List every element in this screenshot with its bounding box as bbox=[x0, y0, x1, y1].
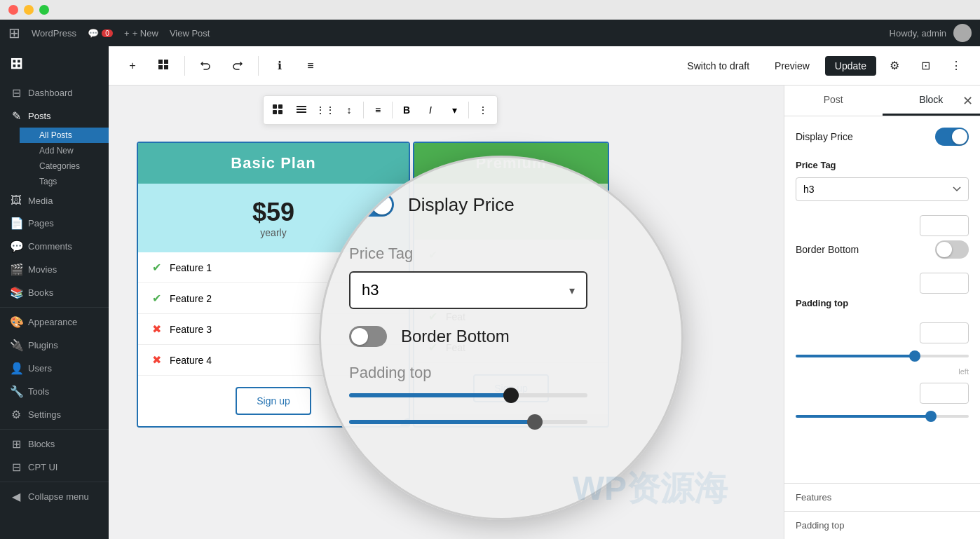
number-input-2: ▲ ▼ bbox=[920, 273, 969, 294]
info-button[interactable]: ℹ bbox=[267, 53, 292, 79]
sidebar-item-categories[interactable]: Categories bbox=[20, 158, 109, 174]
display-price-row: Display Price bbox=[796, 128, 969, 146]
more-options-button[interactable]: ⋮ bbox=[944, 53, 969, 79]
sidebar-item-posts[interactable]: ✎ Posts bbox=[0, 104, 109, 128]
sidebar-item-settings[interactable]: ⚙ Settings bbox=[0, 403, 109, 426]
admin-bar-view-post[interactable]: View Post bbox=[170, 28, 210, 39]
svg-rect-4 bbox=[297, 106, 306, 107]
basic-feature-1-label: Feature 1 bbox=[170, 262, 212, 273]
admin-bar-wordpress-label: WordPress bbox=[32, 28, 76, 39]
border-bottom-toggle[interactable] bbox=[935, 240, 969, 259]
basic-feature-3-label: Feature 3 bbox=[170, 324, 212, 335]
premium-plan-title: Premium bbox=[426, 154, 597, 172]
slider-2[interactable] bbox=[796, 415, 969, 418]
features-label: Features bbox=[796, 492, 969, 503]
pricing-table: Basic Plan $59 yearly ✔ Feature 1 bbox=[137, 142, 609, 428]
admin-bar-wordpress[interactable]: WordPress bbox=[32, 28, 76, 39]
sidebar-item-comments[interactable]: 💬 Comments bbox=[0, 235, 109, 258]
admin-bar-howdy[interactable]: Howdy, admin bbox=[890, 24, 972, 42]
premium-feature-3: ✔ Feat bbox=[414, 301, 608, 332]
sidebar-item-users[interactable]: 👤 Users bbox=[0, 357, 109, 380]
drag-handle[interactable]: ⋮⋮ bbox=[314, 99, 336, 121]
switch-to-draft-button[interactable]: Switch to draft bbox=[677, 56, 759, 76]
align-button[interactable]: ≡ bbox=[367, 99, 389, 121]
sidebar-item-all-posts[interactable]: All Posts bbox=[20, 128, 109, 143]
sidebar-item-add-new[interactable]: Add New bbox=[20, 143, 109, 158]
list-view-icon: ≡ bbox=[307, 60, 313, 72]
sidebar-item-cpt-ui[interactable]: ⊟ CPT UI bbox=[0, 456, 109, 479]
editor-area: + ℹ ≡ bbox=[109, 46, 980, 539]
check-icon-1: ✔ bbox=[152, 261, 161, 274]
premium-plan-card[interactable]: Premium ✔ ✔ ✔ bbox=[413, 142, 609, 428]
sidebar-item-pages[interactable]: 📄 Pages bbox=[0, 212, 109, 235]
posts-icon: ✎ bbox=[10, 109, 22, 123]
number-val-3[interactable] bbox=[920, 325, 969, 341]
undo-button[interactable] bbox=[193, 53, 219, 79]
tab-post[interactable]: Post bbox=[784, 86, 883, 116]
toolbar-right: Switch to draft Preview Update ⚙ ⊡ ⋮ bbox=[677, 53, 969, 79]
block-settings-icon bbox=[296, 104, 307, 117]
block-more-options[interactable]: ⋮ bbox=[472, 99, 494, 121]
basic-feature-3: ✖ Feature 3 bbox=[138, 314, 409, 345]
more-rich-text-button[interactable]: ▾ bbox=[443, 99, 465, 121]
toolbar-sep-2 bbox=[258, 56, 259, 76]
sidebar-item-collapse[interactable]: ◀ Collapse menu bbox=[0, 485, 109, 508]
preview-button[interactable]: Preview bbox=[765, 56, 819, 76]
sidebar-item-appearance[interactable]: 🎨 Appearance bbox=[0, 311, 109, 334]
update-button[interactable]: Update bbox=[825, 56, 876, 76]
premium-feature-1: ✔ bbox=[414, 240, 608, 271]
admin-bar-comments[interactable]: 💬 0 bbox=[88, 28, 113, 39]
bold-button[interactable]: B bbox=[395, 99, 418, 121]
sidebar-item-plugins[interactable]: 🔌 Plugins bbox=[0, 334, 109, 357]
redo-button[interactable] bbox=[224, 53, 250, 79]
border-bottom-row: Border Bottom bbox=[796, 240, 969, 259]
view-button[interactable]: ⊡ bbox=[913, 53, 938, 79]
block-settings-btn[interactable] bbox=[290, 99, 313, 121]
sidebar-item-movies[interactable]: 🎬 Movies bbox=[0, 258, 109, 281]
sidebar-item-tools[interactable]: 🔧 Tools bbox=[0, 380, 109, 403]
premium-signup-button[interactable]: Sign up bbox=[473, 374, 548, 402]
sidebar: ⊞ ⊟ Dashboard ✎ Posts All Posts Add New … bbox=[0, 46, 109, 539]
chevron-down-icon: ▾ bbox=[452, 104, 457, 116]
svg-rect-2 bbox=[273, 110, 277, 114]
panel-section-border-bottom: Border Bottom bbox=[796, 240, 969, 259]
italic-button[interactable]: I bbox=[419, 99, 442, 121]
display-price-toggle[interactable] bbox=[935, 128, 969, 146]
move-button[interactable]: ↕ bbox=[338, 99, 360, 121]
padding-top-slider[interactable] bbox=[796, 355, 969, 357]
add-block-button[interactable]: + bbox=[120, 53, 145, 79]
toggle-knob-display bbox=[952, 129, 967, 144]
number-val-4[interactable] bbox=[920, 386, 969, 402]
number-val-1[interactable] bbox=[920, 218, 969, 234]
sidebar-all-posts-label: All Posts bbox=[39, 130, 72, 140]
sidebar-item-media[interactable]: 🖼 Media bbox=[0, 189, 109, 212]
sidebar-item-dashboard[interactable]: ⊟ Dashboard bbox=[0, 81, 109, 104]
media-icon: 🖼 bbox=[10, 194, 22, 207]
number-input-1: ▲ ▼ bbox=[920, 215, 969, 236]
number-val-2[interactable] bbox=[920, 275, 969, 292]
check-icon-2: ✔ bbox=[152, 292, 161, 305]
basic-signup-button[interactable]: Sign up bbox=[236, 387, 311, 415]
drag-icon: ⋮⋮ bbox=[315, 104, 335, 116]
admin-bar-new[interactable]: + + New bbox=[124, 28, 158, 39]
price-tag-select[interactable]: h3 h2 h4 p bbox=[796, 177, 969, 201]
transform-block-button[interactable] bbox=[266, 99, 289, 121]
block-type-switcher[interactable] bbox=[151, 53, 176, 79]
block-type-icon bbox=[157, 58, 170, 74]
traffic-light-green[interactable] bbox=[39, 5, 49, 15]
sidebar-item-books[interactable]: 📚 Books bbox=[0, 281, 109, 304]
blocks-icon: ⊞ bbox=[10, 437, 22, 451]
basic-plan-card[interactable]: Basic Plan $59 yearly ✔ Feature 1 bbox=[137, 142, 410, 428]
slider-row-2 bbox=[796, 408, 969, 421]
traffic-light-yellow[interactable] bbox=[24, 5, 34, 15]
table-icon bbox=[272, 104, 283, 117]
settings-panel-button[interactable]: ⚙ bbox=[882, 53, 907, 79]
panel-close-button[interactable]: ✕ bbox=[962, 93, 973, 109]
padding-top-bottom-label: Padding top bbox=[796, 520, 969, 531]
list-view-button[interactable]: ≡ bbox=[298, 53, 323, 79]
sidebar-item-blocks[interactable]: ⊞ Blocks bbox=[0, 432, 109, 456]
traffic-light-red[interactable] bbox=[8, 5, 18, 15]
sidebar-item-tags[interactable]: Tags bbox=[20, 174, 109, 189]
sidebar-divider-1 bbox=[0, 307, 109, 308]
wp-logo-icon[interactable]: ⊞ bbox=[8, 25, 20, 41]
